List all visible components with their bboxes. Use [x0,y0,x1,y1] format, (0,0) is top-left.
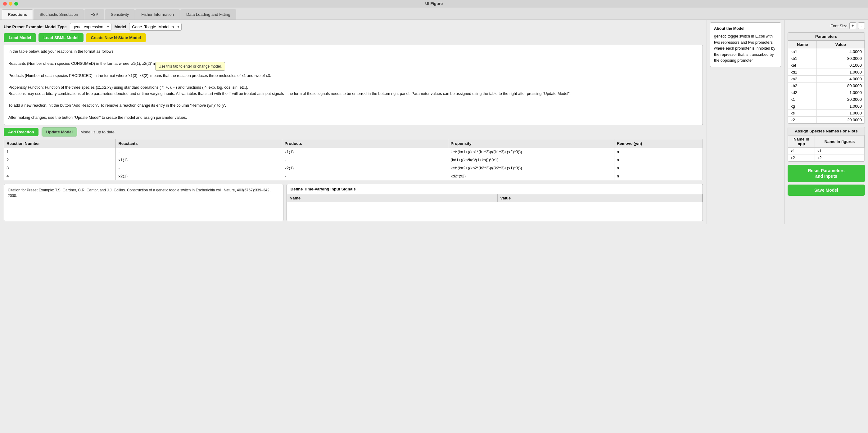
reaction-propensity[interactable] [448,156,614,164]
tab-fsp[interactable]: FSP [85,9,104,20]
font-size-label: Font Size [831,24,847,28]
param-name: ket [788,62,817,69]
fullscreen-button[interactable] [14,2,18,6]
table-row[interactable]: 4 [4,172,703,180]
right-panel: Font Size + - Parameters Name Value ka1 … [784,20,868,224]
reaction-propensity[interactable] [448,164,614,172]
create-nstate-button[interactable]: Create New N-State Model [86,33,146,42]
reaction-propensity[interactable] [448,147,614,156]
update-model-button[interactable]: Update Model [41,128,77,136]
tab-bar: Reactions Stochastic Simulation FSP Sens… [0,8,868,20]
param-value[interactable] [817,96,865,103]
param-name: kg [788,103,817,110]
traffic-lights [3,2,18,6]
reaction-reactants[interactable] [116,164,282,172]
col-products: Products [282,139,448,147]
add-reaction-button[interactable]: Add Reaction [4,128,38,136]
param-row: kd2 [788,89,865,96]
reset-parameters-button[interactable]: Reset Parametersand Inputs [787,165,865,182]
reaction-propensity[interactable] [448,172,614,180]
window-title: UI Figure [425,1,443,6]
param-row: kb2 [788,82,865,89]
species-app-name: x2 [788,155,815,161]
species-fig-name[interactable] [815,147,864,155]
param-value[interactable] [817,103,865,110]
table-row[interactable]: 1 [4,147,703,156]
model-label: Model [115,25,126,29]
param-value[interactable] [817,116,865,124]
species-row: x1 [788,147,865,155]
tv-col-value: Value [498,194,703,202]
about-text: genetic toggle switch in E.coli with two… [714,33,777,64]
param-value[interactable] [817,62,865,69]
reaction-number: 3 [4,164,116,172]
param-value[interactable] [817,76,865,82]
reaction-products[interactable] [282,156,448,164]
instructions-propensity: Propensity Function: Function of the thr… [8,85,698,97]
tab-stochastic[interactable]: Stochastic Simulation [34,9,84,20]
reaction-reactants[interactable] [116,147,282,156]
param-value[interactable] [817,82,865,89]
model-type-select[interactable]: gene_expression birth_death toggle_switc… [70,23,112,31]
species-fig-name[interactable] [815,155,864,161]
buttons-row: Load Model Load SBML Model Create New N-… [4,33,703,42]
reaction-remove[interactable] [614,147,703,156]
param-value[interactable] [817,89,865,96]
reaction-remove[interactable] [614,172,703,180]
tab-data-loading[interactable]: Data Loading and Fitting [180,9,236,20]
parameters-table: Name Value ka1 kb1 ket kd1 ka2 kb2 k [788,41,865,124]
model-status: Model is up to date. [81,130,116,134]
param-row: ka1 [788,48,865,55]
save-model-button[interactable]: Save Model [787,185,865,196]
param-row: ks [788,110,865,116]
parameters-title: Parameters [788,33,865,41]
param-value[interactable] [817,69,865,76]
model-select[interactable]: Gene_Toggle_Model.m model1.m model2.m [129,23,182,31]
instructions-reactants: Reactants (Number of each species CONSUM… [8,61,698,67]
param-row: ket [788,62,865,69]
reaction-number: 1 [4,147,116,156]
table-row[interactable]: 3 [4,164,703,172]
param-row: kd1 [788,69,865,76]
param-value[interactable] [817,55,865,62]
param-row: ka2 [788,76,865,82]
species-section: Assign Species Names For Plots Name in a… [787,127,865,162]
reaction-products[interactable] [282,164,448,172]
center-panel: About the Model genetic toggle switch in… [707,20,784,224]
reaction-remove[interactable] [614,164,703,172]
param-col-name: Name [788,41,817,48]
font-size-plus-button[interactable]: + [849,22,856,29]
content-area: Use Preset Example: Model Type gene_expr… [0,20,868,224]
param-name: kd1 [788,69,817,76]
close-button[interactable] [3,2,7,6]
reaction-remove[interactable] [614,156,703,164]
reactions-table: Reaction Number Reactants Products Prope… [4,139,703,180]
model-select-wrapper: Gene_Toggle_Model.m model1.m model2.m ▼ [129,23,182,31]
species-app-name: x1 [788,147,815,155]
param-row: kg [788,103,865,110]
reaction-reactants[interactable] [116,156,282,164]
param-name: kd2 [788,89,817,96]
load-sbml-button[interactable]: Load SBML Model [38,33,83,42]
reaction-reactants[interactable] [116,172,282,180]
reaction-products[interactable] [282,147,448,156]
tab-fisher[interactable]: Fisher Information [135,9,180,20]
param-value[interactable] [817,48,865,55]
minimize-button[interactable] [9,2,12,6]
tab-sensitivity[interactable]: Sensitivity [105,9,135,20]
citation-box: Citation for Preset Example: T.S. Gardne… [4,184,283,221]
param-col-value: Value [817,41,865,48]
action-row: Add Reaction Update Model Model is up to… [4,128,703,136]
right-buttons: Reset Parametersand Inputs Save Model [787,165,865,196]
reaction-products[interactable] [282,172,448,180]
bottom-row: Citation for Preset Example: T.S. Gardne… [4,184,703,221]
load-model-button[interactable]: Load Model [4,33,36,42]
tab-reactions[interactable]: Reactions [2,9,33,20]
col-reaction-number: Reaction Number [4,139,116,147]
param-row: k1 [788,96,865,103]
param-value[interactable] [817,110,865,116]
font-size-minus-button[interactable]: - [858,22,865,29]
table-row[interactable]: 2 [4,156,703,164]
instructions-line1: In the table below, add your reactions i… [8,49,698,55]
species-col-fig: Name in figures [815,136,864,147]
